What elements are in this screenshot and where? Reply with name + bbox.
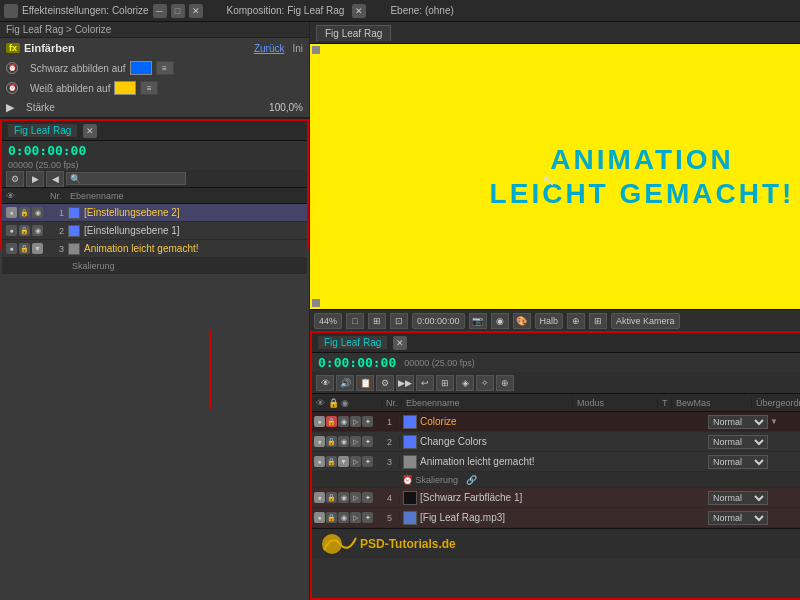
zurueck-button[interactable]: Zurück [254, 43, 285, 54]
view-btn[interactable]: ◉ [491, 313, 509, 329]
3d-btn[interactable]: ⊞ [589, 313, 607, 329]
solo-icon-1[interactable]: ◉ [32, 207, 43, 218]
weiss-options-btn[interactable]: ≡ [140, 81, 158, 95]
layer-row-small-3[interactable]: ● 🔒 ▼ 3 Animation leicht gemacht! [2, 240, 307, 258]
clock-icon-1[interactable]: ⏰ [6, 62, 18, 74]
chevron-3[interactable]: ▼ [32, 243, 43, 254]
fit-btn[interactable]: □ [346, 313, 364, 329]
mode-select-1[interactable]: Normal [708, 415, 768, 429]
lock-icon-tl-2[interactable]: 🔒 [326, 436, 337, 447]
layer-row-3[interactable]: ● 🔒 ▼ ▷ ✦ 3 Animation leicht gemacht! No… [312, 452, 800, 472]
lock-icon-1[interactable]: 🔒 [19, 207, 30, 218]
expand-icon-tl-3[interactable]: ▼ [338, 456, 349, 467]
snap-btn[interactable]: 📷 [469, 313, 487, 329]
timeline-bottom-close[interactable]: ✕ [393, 336, 407, 350]
eye-icon-2[interactable]: ● [6, 225, 17, 236]
effects-icon-tl-2[interactable]: ✦ [362, 436, 373, 447]
zoom-btn[interactable]: 44% [314, 313, 342, 329]
render-icon-tl-3[interactable]: ▷ [350, 456, 361, 467]
effects-icon-tl-5[interactable]: ✦ [362, 512, 373, 523]
eye-icon-1[interactable]: ● [6, 207, 17, 218]
lock-icon-tl-3[interactable]: 🔒 [326, 456, 337, 467]
mode-select-5[interactable]: Normal [708, 511, 768, 525]
layer-row-small-1[interactable]: ● 🔒 ◉ 1 [Einstellungsebene 2] [2, 204, 307, 222]
layer-row-2[interactable]: ● 🔒 ◉ ▷ ✦ 2 Change Colors Normal [312, 432, 800, 452]
tool-btn-3[interactable]: ◀ [46, 171, 64, 187]
tool-btn-2[interactable]: ▶ [26, 171, 44, 187]
tl-tool-1[interactable]: 👁 [316, 375, 334, 391]
timecode-comp[interactable]: 0:00:00:00 [412, 313, 465, 329]
tl-tool-4[interactable]: ⚙ [376, 375, 394, 391]
timeline-top-layers: 👁 Nr. Ebenenname ● 🔒 ◉ 1 [Einstellungseb… [2, 188, 307, 270]
render-icon-tl-4[interactable]: ▷ [350, 492, 361, 503]
eye-icon-tl-4[interactable]: ● [314, 492, 325, 503]
camera-btn[interactable]: Aktive Kamera [611, 313, 680, 329]
staerke-row: ▶ Stärke 100,0% [0, 98, 309, 117]
effects-icon-tl-1[interactable]: ✦ [362, 416, 373, 427]
timeline-top-close[interactable]: ✕ [83, 124, 97, 138]
tl-tool-3[interactable]: 📋 [356, 375, 374, 391]
tl-tool-5[interactable]: ▶▶ [396, 375, 414, 391]
layer-row-4[interactable]: ● 🔒 ◉ ▷ ✦ 4 [Schwarz Farbfläche 1] Norma… [312, 488, 800, 508]
color-btn[interactable]: 🎨 [513, 313, 531, 329]
mode-select-2[interactable]: Normal [708, 435, 768, 449]
eye-icon-tl-5[interactable]: ● [314, 512, 325, 523]
effects-icon-tl-4[interactable]: ✦ [362, 492, 373, 503]
comp-tab[interactable]: Fig Leaf Rag [316, 25, 391, 41]
roi-btn[interactable]: ⊡ [390, 313, 408, 329]
effects-icon-tl-3[interactable]: ✦ [362, 456, 373, 467]
layer-row-small-2[interactable]: ● 🔒 ◉ 2 [Einstellungsebene 1] [2, 222, 307, 240]
tl-tool-8[interactable]: ◈ [456, 375, 474, 391]
handle-tl[interactable] [312, 46, 320, 54]
eye-icon-tl-1[interactable]: ● [314, 416, 325, 427]
eye-icon-tl-2[interactable]: ● [314, 436, 325, 447]
lock-icon-2[interactable]: 🔒 [19, 225, 30, 236]
solo-icon-tl-1[interactable]: ◉ [338, 416, 349, 427]
res-btn[interactable]: ⊞ [368, 313, 386, 329]
schwarz-options-btn[interactable]: ≡ [156, 61, 174, 75]
tl-tool-6[interactable]: ↩ [416, 375, 434, 391]
layers-area: ● 🔒 ◉ ▷ ✦ 1 Colorize Normal [312, 412, 800, 558]
solo-icon-tl-4[interactable]: ◉ [338, 492, 349, 503]
lock-icon-3[interactable]: 🔒 [19, 243, 30, 254]
cursor-arrow: ↖ [542, 171, 555, 190]
tl-tool-2[interactable]: 🔊 [336, 375, 354, 391]
render-icon-tl-5[interactable]: ▷ [350, 512, 361, 523]
handle-bl[interactable] [312, 299, 320, 307]
eye-icon-tl-3[interactable]: ● [314, 456, 325, 467]
solo-icon-tl-2[interactable]: ◉ [338, 436, 349, 447]
clock-icon-2[interactable]: ⏰ [6, 82, 18, 94]
quality-btn[interactable]: Halb [535, 313, 564, 329]
maximize-button[interactable]: □ [171, 4, 185, 18]
row-num-3: 3 [380, 457, 400, 467]
render-icon-tl-1[interactable]: ▷ [350, 416, 361, 427]
swatch-blue[interactable] [130, 61, 152, 75]
tl-tool-10[interactable]: ⊕ [496, 375, 514, 391]
col-eye-small: 👁 [6, 191, 46, 201]
tl-tool-7[interactable]: ⊞ [436, 375, 454, 391]
timeline-top-tools: ⚙ ▶ ◀ [2, 170, 307, 188]
tool-btn-1[interactable]: ⚙ [6, 171, 24, 187]
layer-row-1[interactable]: ● 🔒 ◉ ▷ ✦ 1 Colorize Normal [312, 412, 800, 432]
quality-icon[interactable]: ⊕ [567, 313, 585, 329]
close-button[interactable]: ✕ [189, 4, 203, 18]
timeline-top-tab[interactable]: Fig Leaf Rag [8, 124, 77, 137]
fps-bottom: 00000 (25.00 fps) [404, 358, 475, 368]
mode-select-4[interactable]: Normal [708, 491, 768, 505]
tl-tool-9[interactable]: ✧ [476, 375, 494, 391]
timeline-bottom-tab[interactable]: Fig Leaf Rag [318, 336, 387, 349]
lock-icon-tl-1[interactable]: 🔒 [326, 416, 337, 427]
mode-select-3[interactable]: Normal [708, 455, 768, 469]
minimize-button[interactable]: ─ [153, 4, 167, 18]
swatch-yellow[interactable] [114, 81, 136, 95]
solo-icon-2[interactable]: ◉ [32, 225, 43, 236]
render-icon-tl-2[interactable]: ▷ [350, 436, 361, 447]
search-input-top[interactable] [66, 172, 186, 185]
lock-icon-tl-4[interactable]: 🔒 [326, 492, 337, 503]
eye-icon-3[interactable]: ● [6, 243, 17, 254]
row-num-1: 1 [380, 417, 400, 427]
layer-row-5[interactable]: ● 🔒 ◉ ▷ ✦ 5 [Fig Leaf Rag.mp3] Normal [312, 508, 800, 528]
comp-close-button[interactable]: ✕ [352, 4, 366, 18]
lock-icon-tl-5[interactable]: 🔒 [326, 512, 337, 523]
solo-icon-tl-5[interactable]: ◉ [338, 512, 349, 523]
